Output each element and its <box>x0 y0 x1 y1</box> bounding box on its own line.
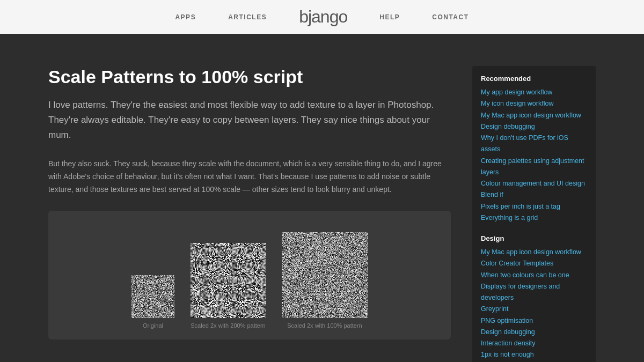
article: Scale Patterns to 100% script I love pat… <box>48 66 451 362</box>
sidebar-section-0: RecommendedMy app design workflowMy icon… <box>481 75 587 224</box>
sidebar-link-1-8[interactable]: 1px is not enough <box>481 349 587 360</box>
pattern-label-200: Scaled 2x with 200% pattern <box>191 322 265 329</box>
nav-contact[interactable]: CONTACT <box>432 13 469 21</box>
header: APPS ARTICLES bjango HELP CONTACT <box>0 0 644 34</box>
nav-help[interactable]: HELP <box>379 13 400 21</box>
sidebar-link-0-2[interactable]: My Mac app icon design workflow <box>481 110 587 121</box>
sidebar-link-1-3[interactable]: Displays for designers and developers <box>481 281 587 304</box>
sidebar-link-0-9[interactable]: Everything is a grid <box>481 212 587 224</box>
sidebar-link-1-7[interactable]: Interaction density <box>481 338 587 349</box>
nav-articles[interactable]: ARTICLES <box>228 13 267 21</box>
pattern-100: Scaled 2x with 100% pattern <box>282 232 368 329</box>
pattern-canvas-original <box>131 275 174 318</box>
site-logo[interactable]: bjango <box>299 7 347 27</box>
sidebar-link-0-1[interactable]: My icon design workflow <box>481 98 587 109</box>
main-content: Scale Patterns to 100% script I love pat… <box>38 34 606 362</box>
pattern-200: Scaled 2x with 200% pattern <box>191 243 266 329</box>
sidebar-link-1-2[interactable]: When two colours can be one <box>481 270 587 281</box>
image-block: Original Scaled 2x with 200% pattern Sca… <box>48 211 451 339</box>
sidebar-section-1: DesignMy Mac app icon design workflowCol… <box>481 234 587 362</box>
sidebar-link-0-5[interactable]: Creating palettes using adjustment layer… <box>481 156 587 179</box>
sidebar-link-0-7[interactable]: Blend if <box>481 189 587 201</box>
article-intro: I love patterns. They're the easiest and… <box>48 98 451 143</box>
article-body: But they also suck. They suck, because t… <box>48 158 451 196</box>
sidebar-link-0-6[interactable]: Colour management and UI design <box>481 178 587 189</box>
sidebar-link-1-5[interactable]: PNG optimisation <box>481 315 587 327</box>
sidebar-link-1-4[interactable]: Greyprint <box>481 304 587 315</box>
sidebar-link-1-1[interactable]: Color Creator Templates <box>481 258 587 269</box>
sidebar-link-0-3[interactable]: Design debugging <box>481 121 587 132</box>
article-title: Scale Patterns to 100% script <box>48 66 451 88</box>
sidebar-link-1-0[interactable]: My Mac app icon design workflow <box>481 247 587 258</box>
sidebar-section-title-0: Recommended <box>481 75 587 83</box>
pattern-original: Original <box>131 275 174 329</box>
main-nav: APPS ARTICLES bjango HELP CONTACT <box>175 7 469 27</box>
sidebar-link-0-8[interactable]: Pixels per inch is just a tag <box>481 201 587 212</box>
pattern-canvas-100 <box>282 232 368 318</box>
sidebar-link-0-0[interactable]: My app design workflow <box>481 87 587 98</box>
nav-apps[interactable]: APPS <box>175 13 196 21</box>
pattern-canvas-200 <box>191 243 266 318</box>
sidebar-link-0-4[interactable]: Why I don't use PDFs for iOS assets <box>481 132 587 156</box>
pattern-label-original: Original <box>143 322 163 329</box>
sidebar-link-1-6[interactable]: Design debugging <box>481 327 587 338</box>
sidebar: RecommendedMy app design workflowMy icon… <box>472 66 596 362</box>
sidebar-section-title-1: Design <box>481 234 587 242</box>
pattern-label-100: Scaled 2x with 100% pattern <box>287 322 362 329</box>
